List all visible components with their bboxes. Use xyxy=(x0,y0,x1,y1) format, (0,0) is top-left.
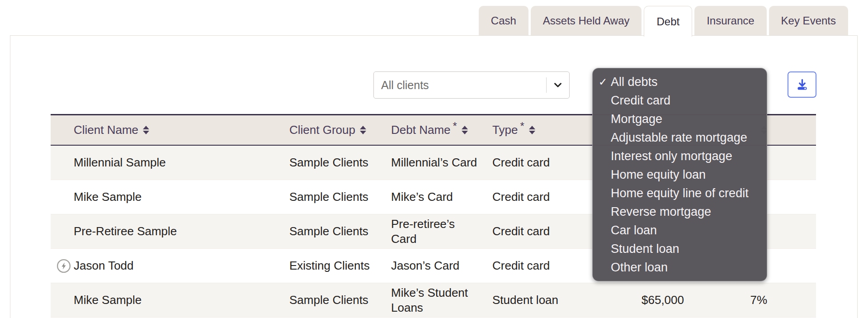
column-header-client_group[interactable]: Client Group xyxy=(289,115,366,145)
checkmark-icon: ✓ xyxy=(599,76,611,88)
cell-rate: 7% xyxy=(706,283,767,317)
sort-up-arrow xyxy=(143,126,149,129)
cell-client_group: Sample Clients xyxy=(289,180,368,214)
tab-bar: CashAssets Held AwayDebtInsuranceKey Eve… xyxy=(479,6,848,35)
cell-client_group: Sample Clients xyxy=(289,283,368,317)
cell-client_group: Existing Clients xyxy=(289,249,370,283)
menu-item-reverse-mortgage[interactable]: Reverse mortgage xyxy=(593,203,767,221)
cell-type: Credit card xyxy=(492,249,550,283)
sort-down-arrow xyxy=(462,131,468,134)
cell-client_name: Mike Sample xyxy=(74,283,142,317)
menu-item-mortgage[interactable]: Mortgage xyxy=(593,110,767,128)
client-filter-select[interactable]: All clients xyxy=(373,71,570,99)
client-filter-value: All clients xyxy=(381,79,546,92)
menu-item-label: Interest only mortgage xyxy=(611,149,767,163)
sort-up-arrow xyxy=(462,126,468,129)
menu-item-label: Reverse mortgage xyxy=(611,205,767,219)
menu-item-adjustable-rate-mortgage[interactable]: Adjustable rate mortgage xyxy=(593,128,767,147)
menu-item-interest-only-mortgage[interactable]: Interest only mortgage xyxy=(593,147,767,166)
menu-item-label: All debts xyxy=(611,75,767,89)
debt-type-menu: ✓All debtsCredit cardMortgageAdjustable … xyxy=(592,68,767,281)
sort-icon xyxy=(360,126,366,134)
menu-item-home-equity-line-of-credit[interactable]: Home equity line of credit xyxy=(593,184,767,203)
column-label: Debt Name xyxy=(391,123,451,137)
menu-item-label: Home equity loan xyxy=(611,168,767,182)
menu-item-label: Mortgage xyxy=(611,112,767,126)
tab-key-events[interactable]: Key Events xyxy=(769,6,848,35)
tab-cash[interactable]: Cash xyxy=(479,6,528,35)
chevron-down-icon xyxy=(552,79,564,91)
cell-client_name: Jason Todd xyxy=(74,249,134,283)
cell-amount: $65,000 xyxy=(585,283,684,317)
cell-client_group: Sample Clients xyxy=(289,214,368,248)
cell-type: Credit card xyxy=(492,180,550,214)
cell-debt_name: Millennial’s Card xyxy=(391,146,479,180)
tab-assets-held-away[interactable]: Assets Held Away xyxy=(531,6,642,35)
column-label: Client Group xyxy=(289,123,355,137)
download-icon xyxy=(795,78,809,92)
sort-icon xyxy=(462,126,468,134)
menu-item-label: Credit card xyxy=(611,94,767,108)
cell-type: Student loan xyxy=(492,283,558,317)
sort-down-arrow xyxy=(529,131,535,134)
menu-item-label: Car loan xyxy=(611,223,767,237)
column-header-debt_name[interactable]: Debt Name* xyxy=(391,115,479,145)
sort-down-arrow xyxy=(143,131,149,134)
cell-type: Credit card xyxy=(492,146,550,180)
menu-item-credit-card[interactable]: Credit card xyxy=(593,91,767,110)
tab-insurance[interactable]: Insurance xyxy=(694,6,766,35)
column-header-type[interactable]: Type* xyxy=(492,115,535,145)
cell-client_name: Mike Sample xyxy=(74,180,142,214)
sort-down-arrow xyxy=(360,131,366,134)
column-header-client_name[interactable]: Client Name xyxy=(74,115,149,145)
select-divider xyxy=(546,77,547,93)
sort-up-arrow xyxy=(360,126,366,129)
cell-type: Credit card xyxy=(492,214,550,248)
tab-debt[interactable]: Debt xyxy=(644,6,692,37)
menu-item-home-equity-loan[interactable]: Home equity loan xyxy=(593,166,767,184)
menu-item-other-loan[interactable]: Other loan xyxy=(593,258,767,277)
sort-icon xyxy=(529,126,535,134)
menu-item-car-loan[interactable]: Car loan xyxy=(593,221,767,240)
column-label: Client Name xyxy=(74,123,138,137)
sort-up-arrow xyxy=(529,126,535,129)
sort-icon xyxy=(143,126,149,134)
menu-item-all-debts[interactable]: ✓All debts xyxy=(593,73,767,91)
lightning-icon xyxy=(57,259,71,273)
menu-item-label: Adjustable rate mortgage xyxy=(611,131,767,145)
cell-debt_name: Mike’s Student Loans xyxy=(391,283,479,317)
table-row: Mike SampleSample ClientsMike’s Student … xyxy=(51,283,816,318)
menu-item-label: Home equity line of credit xyxy=(611,186,767,200)
cell-debt_name: Mike’s Card xyxy=(391,180,479,214)
download-button[interactable] xyxy=(788,71,816,98)
menu-item-student-loan[interactable]: Student loan xyxy=(593,240,767,258)
cell-debt_name: Jason’s Card xyxy=(391,249,479,283)
page: CashAssets Held AwayDebtInsuranceKey Eve… xyxy=(0,0,868,318)
menu-item-label: Student loan xyxy=(611,242,767,256)
cell-debt_name: Pre-retiree’s Card xyxy=(391,214,479,248)
menu-item-label: Other loan xyxy=(611,261,767,275)
cell-client_group: Sample Clients xyxy=(289,146,368,180)
cell-client_name: Pre-Retiree Sample xyxy=(74,214,177,248)
required-asterisk: * xyxy=(520,120,524,133)
required-asterisk: * xyxy=(453,120,457,133)
column-label: Type xyxy=(492,123,518,137)
cell-client_name: Millennial Sample xyxy=(74,146,166,180)
